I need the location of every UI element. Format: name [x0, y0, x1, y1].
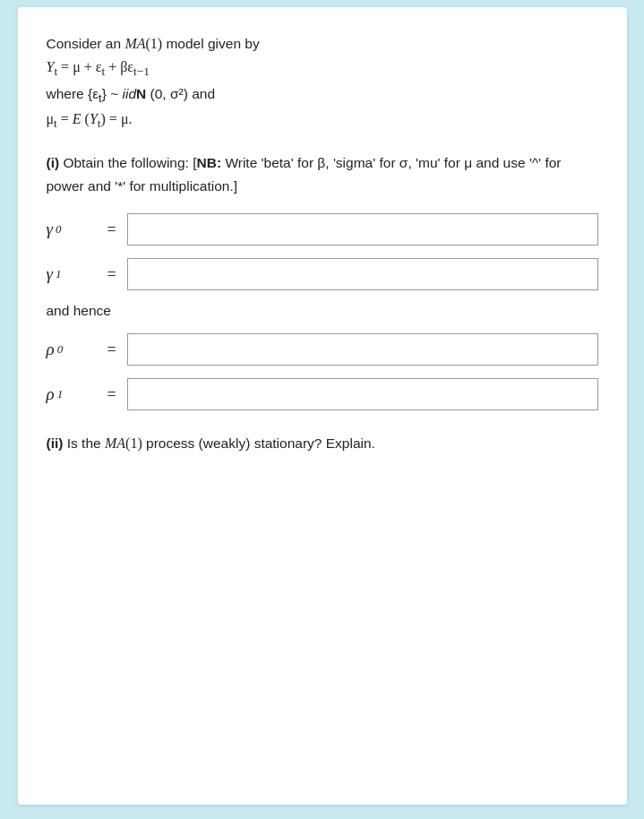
nb-label: NB:: [197, 155, 222, 170]
rho0-subscript: 0: [57, 342, 64, 357]
main-card: Consider an MA(1) model given by Yt = μ …: [18, 7, 627, 805]
gamma1-input[interactable]: [127, 258, 598, 290]
part-ii-content: Is the MA(1) process (weakly) stationary…: [63, 435, 374, 451]
gamma0-input[interactable]: [127, 213, 598, 246]
rho1-row: ρ1 =: [47, 378, 598, 410]
rho0-label: ρ0: [47, 340, 100, 359]
gamma0-equals: =: [107, 220, 116, 239]
rho1-input[interactable]: [127, 378, 598, 410]
part-i-label: (i): [47, 155, 60, 170]
mu-equation: μt = E (Yt) = μ.: [47, 111, 133, 126]
gamma1-equals: =: [107, 265, 116, 284]
gamma1-subscript: 1: [56, 267, 62, 281]
intro-paragraph: Consider an MA(1) model given by Yt = μ …: [47, 32, 598, 134]
equation-yt: Yt = μ + εt + βεt−1: [47, 59, 150, 74]
where-line: where {εt} ~ iidN (0, σ²) and: [47, 86, 216, 101]
and-hence-text: and hence: [47, 303, 598, 319]
gamma0-label: γ0: [47, 220, 100, 239]
part-ii-text: (ii) Is the MA(1) process (weakly) stati…: [47, 432, 598, 455]
rho0-symbol: ρ: [47, 340, 55, 359]
rho0-equals: =: [107, 341, 116, 359]
gamma1-symbol: γ: [47, 264, 54, 284]
rho1-label: ρ1: [47, 384, 100, 404]
gamma1-label: γ1: [47, 264, 100, 284]
rho1-subscript: 1: [57, 387, 64, 401]
intro-line1: Consider an MA(1) model given by: [47, 36, 260, 51]
ma-model-ii: MA(1): [105, 435, 142, 451]
rho0-input[interactable]: [127, 333, 598, 366]
rho1-equals: =: [107, 385, 116, 404]
rho1-symbol: ρ: [47, 384, 55, 404]
ma-model-title: MA(1): [125, 36, 162, 51]
part-i-text: (i) Obtain the following: [NB: Write 'be…: [47, 151, 598, 197]
part-i-main: Obtain the following: [NB: Write 'beta' …: [47, 155, 562, 194]
gamma0-row: γ0 =: [47, 213, 598, 246]
gamma1-row: γ1 =: [47, 258, 598, 290]
gamma0-symbol: γ: [47, 220, 54, 239]
gamma0-subscript: 0: [56, 222, 62, 237]
part-ii-label: (ii): [47, 435, 64, 451]
rho0-row: ρ0 =: [47, 333, 598, 366]
